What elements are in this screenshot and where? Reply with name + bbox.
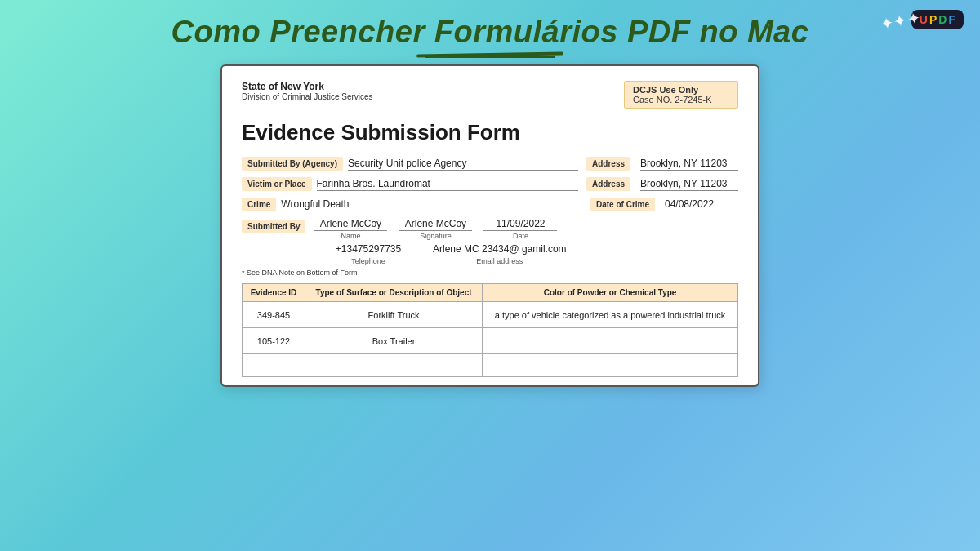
state-info: State of New York Division of Criminal J…	[242, 81, 373, 101]
victim-label: Victim or Place	[242, 177, 312, 191]
dna-note: * See DNA Note on Bottom of Form	[242, 269, 738, 277]
date-crime-label: Date of Crime	[590, 198, 655, 211]
agency-value: Security Unit police Agency	[348, 158, 578, 171]
table-row	[243, 354, 738, 377]
dcjs-use-label: DCJS Use Only	[633, 85, 729, 95]
submitted-fields: Arlene McCoy Name Arlene McCoy Signature…	[314, 218, 738, 240]
email-value: Arlene MC 23434@ gamil.com	[433, 243, 567, 256]
table-row: 349-845Forklift Trucka type of vehicle c…	[243, 302, 738, 328]
document-form: State of New York Division of Criminal J…	[220, 64, 760, 387]
signature-value: Arlene McCoy	[399, 218, 472, 231]
evidence-table: Evidence ID Type of Surface or Descripti…	[242, 283, 738, 377]
division-name: Division of Criminal Justice Services	[242, 92, 373, 101]
date-crime-value: 04/08/2022	[665, 198, 738, 211]
state-header: State of New York Division of Criminal J…	[242, 81, 738, 109]
signature-label: Signature	[420, 232, 452, 240]
col-evidence-id: Evidence ID	[243, 284, 305, 302]
date-label: Date	[513, 232, 528, 240]
form-title: Evidence Submission Form	[242, 120, 738, 145]
address1-value: Brooklyn, NY 11203	[640, 158, 738, 171]
name-value: Arlene McCoy	[314, 218, 387, 231]
table-cell-color: a type of vehicle categorized as a power…	[483, 302, 738, 328]
table-cell-color	[483, 354, 738, 377]
telephone-value: +13475297735	[315, 243, 421, 256]
table-header-row: Evidence ID Type of Surface or Descripti…	[243, 284, 738, 302]
telephone-field: +13475297735 Telephone	[315, 243, 421, 265]
table-row: 105-122Box Trailer	[243, 328, 738, 354]
table-cell-id: 349-845	[243, 302, 305, 328]
address1-label: Address	[586, 157, 630, 171]
crime-value: Wrongful Death	[281, 198, 582, 211]
table-cell-description: Box Trailer	[305, 328, 482, 354]
name-label: Name	[341, 232, 360, 240]
table-cell-id: 105-122	[243, 328, 305, 354]
agency-row: Submitted By (Agency) Security Unit poli…	[242, 157, 738, 171]
crime-label: Crime	[242, 198, 276, 211]
col-color: Color of Powder or Chemical Type	[483, 284, 738, 302]
email-field: Arlene MC 23434@ gamil.com Email address	[433, 243, 567, 265]
state-name: State of New York	[242, 81, 373, 92]
telephone-label: Telephone	[351, 257, 385, 265]
name-field: Arlene McCoy Name	[314, 218, 387, 240]
page-title: Como Preencher Formulários PDF no Mac	[0, 15, 980, 50]
submitted-by-row: Submitted By Arlene McCoy Name Arlene Mc…	[242, 218, 738, 240]
page-header: Como Preencher Formulários PDF no Mac U …	[0, 0, 980, 64]
table-cell-id	[243, 354, 305, 377]
contact-row: +13475297735 Telephone Arlene MC 23434@ …	[315, 243, 738, 265]
dcjs-box: DCJS Use Only Case NO. 2-7245-K	[624, 81, 738, 109]
agency-label: Submitted By (Agency)	[242, 157, 343, 171]
address2-label: Address	[586, 177, 630, 191]
table-cell-color	[483, 328, 738, 354]
title-underline	[416, 51, 564, 57]
case-number: Case NO. 2-7245-K	[633, 95, 729, 104]
submitted-by-label: Submitted By	[242, 220, 305, 233]
email-label: Email address	[476, 257, 523, 265]
victim-value: Farinha Bros. Laundromat	[317, 178, 578, 191]
updf-d-letter: D	[938, 13, 947, 26]
signature-field: Arlene McCoy Signature	[399, 218, 472, 240]
table-cell-description	[305, 354, 482, 377]
crime-row: Crime Wrongful Death Date of Crime 04/08…	[242, 198, 738, 211]
table-cell-description: Forklift Truck	[305, 302, 482, 328]
col-description: Type of Surface or Description of Object	[305, 284, 482, 302]
date-value: 11/09/2022	[483, 218, 557, 231]
victim-row: Victim or Place Farinha Bros. Laundromat…	[242, 177, 738, 191]
date-field: 11/09/2022 Date	[483, 218, 557, 240]
updf-p-letter: P	[929, 13, 937, 26]
address2-value: Brooklyn, NY 11203	[640, 178, 738, 191]
updf-f-letter: F	[948, 13, 956, 26]
